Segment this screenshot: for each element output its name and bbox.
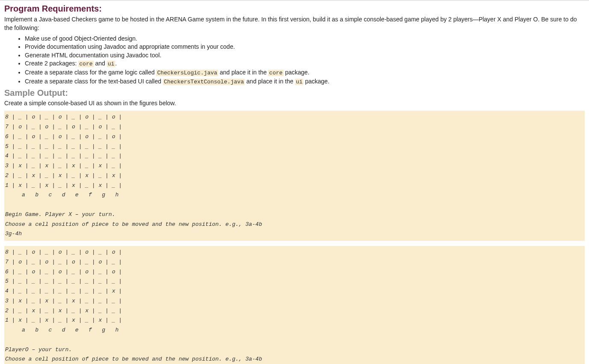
- list-item: Create a separate class for the game log…: [25, 68, 585, 77]
- list-item: Create 2 packages: core and ui.: [25, 59, 585, 68]
- list-text: package.: [284, 69, 310, 76]
- list-text: Create a separate class for the game log…: [25, 69, 156, 76]
- inline-code: core: [78, 61, 93, 67]
- list-item: Generate HTML documentation using Javado…: [25, 51, 585, 59]
- sample-subtext: Create a simple console-based UI as show…: [4, 100, 585, 107]
- list-item: Create a separate class for the text-bas…: [25, 77, 585, 86]
- list-text: and: [94, 60, 107, 67]
- list-text: package.: [303, 78, 329, 85]
- list-text: Create 2 packages:: [25, 60, 78, 67]
- inline-code: CheckersTextConsole.java: [163, 79, 245, 85]
- list-text: and place it in the: [218, 69, 269, 76]
- list-item: Provide documentation using Javadoc and …: [25, 43, 585, 50]
- inline-code: ui: [107, 61, 115, 67]
- inline-code: core: [268, 70, 283, 76]
- document-content: Program Requirements: Implement a Java-b…: [0, 0, 589, 364]
- list-text: and place it in the: [245, 78, 295, 85]
- inline-code: CheckersLogic.java: [156, 70, 218, 76]
- heading-program-requirements: Program Requirements:: [4, 4, 585, 14]
- intro-paragraph: Implement a Java-based Checkers game to …: [4, 15, 585, 32]
- heading-sample-output: Sample Output:: [4, 88, 585, 98]
- list-text: .: [115, 60, 117, 67]
- sample-output-block-2: 8 | _ | o | _ | o | _ | o | _ | o | 7 | …: [4, 246, 585, 364]
- list-item: Make use of good Object-Oriented design.: [25, 35, 585, 42]
- sample-output-block-1: 8 | _ | o | _ | o | _ | o | _ | o | 7 | …: [4, 111, 585, 241]
- list-text: Create a separate class for the text-bas…: [25, 78, 163, 85]
- inline-code: ui: [295, 79, 304, 85]
- requirements-list: Make use of good Object-Oriented design.…: [4, 35, 585, 86]
